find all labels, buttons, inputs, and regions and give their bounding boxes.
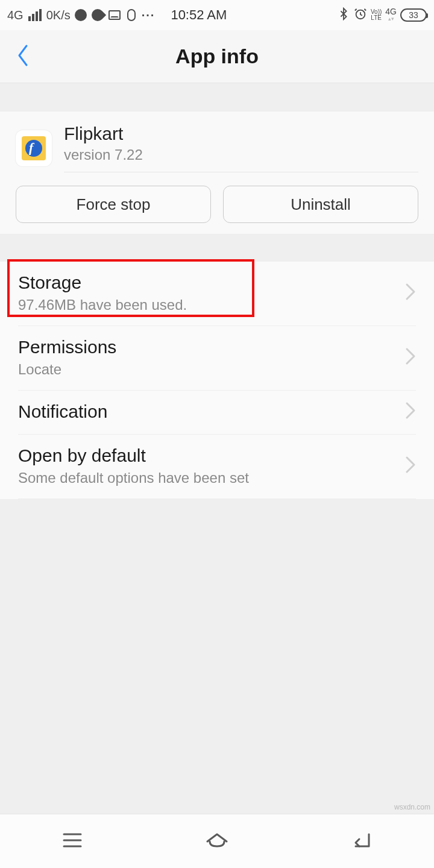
- row-permissions-title: Permissions: [18, 337, 405, 357]
- net2-top: 4G: [385, 8, 397, 15]
- app-text: Flipkart version 7.22: [64, 124, 418, 172]
- home-button[interactable]: [204, 827, 230, 856]
- more-icon: ···: [142, 8, 156, 22]
- app-name: Flipkart: [64, 124, 418, 144]
- chevron-right-icon: [405, 456, 416, 476]
- action-buttons: Force stop Uninstall: [16, 186, 418, 223]
- battery-level: 33: [409, 10, 418, 20]
- uninstall-button[interactable]: Uninstall: [223, 186, 418, 223]
- section-gap: [0, 83, 434, 111]
- row-open-default-sub: Some default options have been set: [18, 470, 405, 486]
- app-icon: [16, 130, 52, 166]
- row-open-default-title: Open by default: [18, 445, 405, 466]
- alarm-icon: [354, 7, 367, 24]
- row-storage[interactable]: Storage 97.46MB have been used.: [0, 261, 434, 326]
- dnd-icon: [74, 8, 87, 22]
- row-storage-sub: 97.46MB have been used.: [18, 297, 405, 313]
- row-open-by-default[interactable]: Open by default Some default options hav…: [18, 434, 416, 499]
- row-permissions[interactable]: Permissions Locate: [18, 326, 416, 390]
- volte-bot: LTE: [371, 15, 382, 21]
- row-notification-title: Notification: [18, 401, 405, 422]
- system-nav-bar: [0, 814, 434, 868]
- network-label: 4G: [7, 8, 24, 22]
- chevron-right-icon: [405, 347, 416, 368]
- status-left: 4G 0K/s ··· 10:52 AM: [7, 7, 227, 23]
- mic-icon: [125, 8, 138, 22]
- app-header-row: Flipkart version 7.22: [11, 119, 423, 181]
- settings-list: Storage 97.46MB have been used. Permissi…: [0, 261, 434, 499]
- back-button[interactable]: [14, 43, 31, 70]
- status-bar: 4G 0K/s ··· 10:52 AM Vo)) LTE 4G ▴▾ 33: [0, 0, 434, 30]
- app-version: version 7.22: [64, 146, 418, 163]
- section-gap-2: [0, 234, 434, 261]
- chevron-right-icon: [405, 401, 416, 422]
- battery-icon: 33: [400, 8, 427, 22]
- recents-button[interactable]: [59, 827, 86, 856]
- chevron-right-icon: [405, 283, 416, 303]
- leaf-icon: [91, 8, 104, 22]
- back-nav-button[interactable]: [348, 827, 375, 856]
- status-right: Vo)) LTE 4G ▴▾ 33: [337, 7, 427, 24]
- volte-icon: Vo)) LTE: [371, 9, 382, 21]
- signal-icon: [28, 9, 42, 21]
- status-time: 10:52 AM: [171, 7, 227, 23]
- data-speed: 0K/s: [46, 8, 71, 22]
- app-header: App info: [0, 30, 434, 83]
- watermark: wsxdn.com: [394, 803, 430, 811]
- row-notification[interactable]: Notification: [18, 390, 416, 434]
- row-storage-title: Storage: [18, 272, 405, 293]
- app-summary-card: Flipkart version 7.22 Force stop Uninsta…: [0, 111, 434, 234]
- page-title: App info: [0, 45, 434, 68]
- mail-icon: [108, 8, 121, 22]
- row-permissions-sub: Locate: [18, 361, 405, 378]
- bluetooth-icon: [337, 7, 350, 24]
- net-4g-icon: 4G ▴▾: [385, 8, 397, 22]
- force-stop-button[interactable]: Force stop: [16, 186, 211, 223]
